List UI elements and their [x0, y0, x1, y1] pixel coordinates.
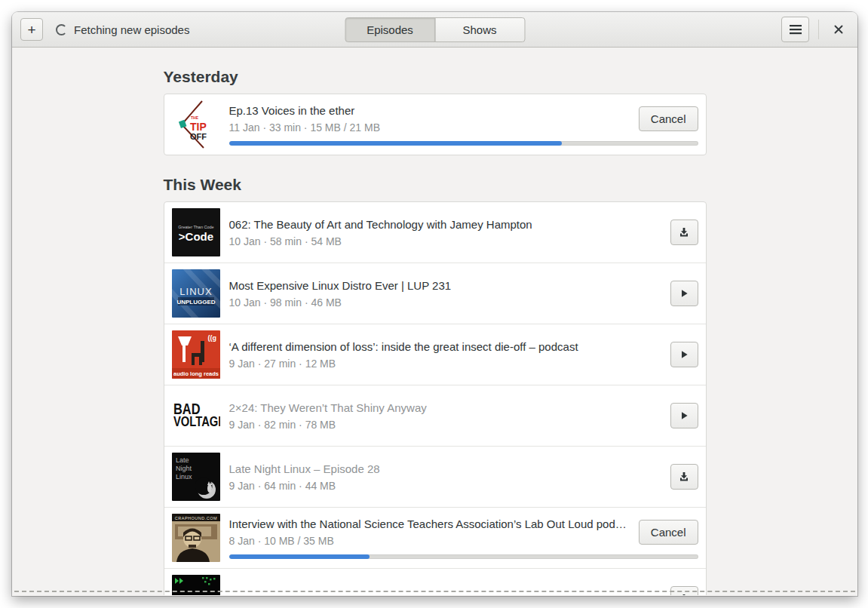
episode-title: 062: The Beauty of Art and Technology wi…: [229, 218, 661, 231]
play-episode-button[interactable]: [670, 403, 698, 428]
header-bar: + Fetching new episodes Episodes Shows: [12, 12, 857, 48]
episode-meta: 9 Jan · 27 min · 12 MB: [229, 358, 661, 370]
episode-title: 2×24: They Weren’t That Shiny Anyway: [229, 401, 661, 414]
episode-meta: 11 Jan · 33 min · 15 MB / 21 MB: [229, 121, 630, 134]
plus-icon: +: [27, 23, 35, 37]
episode-main: 2×24: They Weren’t That Shiny Anyway9 Ja…: [229, 392, 698, 440]
svg-text:Late: Late: [176, 456, 189, 464]
svg-text:UNPLUGGED: UNPLUGGED: [176, 299, 215, 306]
episode-meta: 8 Jan · 10 MB / 35 MB: [229, 535, 630, 547]
svg-text:TIP: TIP: [190, 121, 207, 133]
close-icon: [833, 24, 844, 35]
episode-row[interactable]: ((g audio long reads‘A different dimensi…: [164, 324, 706, 385]
play-episode-button[interactable]: [670, 281, 698, 306]
download-progress-fill: [229, 141, 563, 146]
episode-row[interactable]: THE TIP OFFEp.13 Voices in the ether11 J…: [164, 94, 706, 155]
episode-main: Most Expensive Linux Distro Ever | LUP 2…: [229, 269, 698, 318]
episode-meta: 10 Jan · 58 min · 54 MB: [229, 235, 661, 247]
episode-text-block: Interview with the National Science Teac…: [229, 517, 630, 547]
episode-meta: 9 Jan · 82 min · 78 MB: [229, 419, 661, 431]
podcasts-window: + Fetching new episodes Episodes Shows: [12, 12, 857, 596]
episode-main: Interview with the National Science Teac…: [229, 514, 698, 562]
download-icon: [678, 593, 690, 595]
episode-row[interactable]: Greater Than Code >Code062: The Beauty o…: [164, 202, 706, 263]
sections-container: Yesterday THE TIP OFFEp.13 Voices in the…: [164, 48, 707, 595]
podcast-cover-art: ((g audio long reads: [172, 330, 220, 379]
view-switcher: Episodes Shows: [345, 17, 525, 42]
svg-text:((g: ((g: [207, 334, 216, 342]
cancel-download-button[interactable]: Cancel: [639, 106, 698, 131]
download-progress-bar: [229, 141, 698, 146]
episode-title: Late Night Linux – Episode 28: [229, 462, 661, 475]
svg-text:Greater Than Code: Greater Than Code: [178, 225, 213, 229]
episodes-view[interactable]: Yesterday THE TIP OFFEp.13 Voices in the…: [12, 48, 857, 595]
cancel-download-button[interactable]: Cancel: [639, 520, 698, 545]
episode-row[interactable]: LINUX UNPLUGGEDMost Expensive Linux Dist…: [164, 263, 706, 324]
download-icon: [678, 226, 690, 238]
episode-row[interactable]: Late Night Linux Late Night Linux – Epis…: [164, 446, 706, 507]
svg-text:LINUX: LINUX: [179, 286, 212, 297]
play-episode-button[interactable]: [670, 342, 698, 367]
download-icon: [678, 471, 690, 483]
play-icon: [678, 410, 690, 422]
episode-title: ‘A different dimension of loss’: inside …: [229, 340, 661, 353]
podcast-cover-art: BADVOLTAGE: [172, 392, 220, 440]
svg-text:Night: Night: [176, 465, 192, 472]
scroll-undershoot-indicator: [14, 591, 855, 592]
episode-text-block: Bot or Not: [229, 593, 661, 596]
episode-main: ‘A different dimension of loss’: inside …: [229, 330, 698, 379]
svg-text:OFF: OFF: [190, 132, 207, 141]
episode-text-block: ‘A different dimension of loss’: inside …: [229, 340, 661, 370]
status-text: Fetching new episodes: [74, 23, 189, 36]
episode-text-block: Late Night Linux – Episode 289 Jan · 64 …: [229, 462, 661, 492]
episode-title: Bot or Not: [229, 593, 661, 596]
svg-text:Linux: Linux: [176, 473, 192, 481]
episode-row[interactable]: BADVOLTAGE2×24: They Weren’t That Shiny …: [164, 385, 706, 446]
episode-text-block: 2×24: They Weren’t That Shiny Anyway9 Ja…: [229, 401, 661, 431]
download-progress-fill: [229, 554, 370, 559]
add-podcast-button[interactable]: +: [20, 18, 43, 41]
episode-text-block: Most Expensive Linux Distro Ever | LUP 2…: [229, 279, 661, 309]
section-heading: Yesterday: [164, 68, 707, 86]
download-progress-bar: [229, 554, 698, 559]
episode-row[interactable]: CRAPHOUND.COMInterview with the National…: [164, 507, 706, 568]
episode-main: Ep.13 Voices in the ether11 Jan · 33 min…: [229, 100, 698, 149]
podcast-cover-art: Greater Than Code >Code: [172, 208, 220, 256]
episode-list: Greater Than Code >Code062: The Beauty o…: [164, 201, 707, 595]
episode-meta: 9 Jan · 64 min · 44 MB: [229, 480, 661, 492]
podcast-cover-art: THE TIP OFF: [172, 100, 220, 149]
header-separator: [818, 20, 819, 39]
svg-text:THE: THE: [191, 115, 199, 120]
svg-text:audio long reads: audio long reads: [173, 370, 218, 377]
section-heading: This Week: [164, 176, 707, 194]
podcast-cover-art: LINUX UNPLUGGED: [172, 269, 220, 318]
svg-text:CRAPHOUND.COM: CRAPHOUND.COM: [174, 516, 216, 520]
svg-text:>Code: >Code: [178, 230, 213, 243]
episode-list: THE TIP OFFEp.13 Voices in the ether11 J…: [164, 94, 707, 155]
play-icon: [678, 349, 690, 361]
tab-shows[interactable]: Shows: [434, 17, 525, 42]
episode-text-block: 062: The Beauty of Art and Technology wi…: [229, 218, 661, 247]
tab-episodes[interactable]: Episodes: [345, 17, 435, 42]
download-episode-button[interactable]: [670, 220, 698, 245]
episode-text-block: Ep.13 Voices in the ether11 Jan · 33 min…: [229, 104, 630, 134]
episode-meta: 10 Jan · 98 min · 46 MB: [229, 296, 661, 309]
episode-main: Late Night Linux – Episode 289 Jan · 64 …: [229, 453, 698, 501]
episode-title: Ep.13 Voices in the ether: [229, 104, 630, 117]
header-right-group: [781, 17, 849, 42]
download-episode-button[interactable]: [670, 464, 698, 490]
play-icon: [678, 287, 690, 299]
spinner-icon: [56, 24, 67, 35]
podcast-cover-art: Late Night Linux: [172, 453, 220, 501]
hamburger-icon: [790, 24, 802, 35]
podcast-cover-art: CRAPHOUND.COM: [172, 514, 220, 562]
episode-title: Most Expensive Linux Distro Ever | LUP 2…: [229, 279, 661, 292]
close-window-button[interactable]: [828, 19, 849, 40]
menu-button[interactable]: [781, 17, 809, 42]
episode-title: Interview with the National Science Teac…: [229, 517, 630, 530]
episode-main: 062: The Beauty of Art and Technology wi…: [229, 208, 698, 256]
